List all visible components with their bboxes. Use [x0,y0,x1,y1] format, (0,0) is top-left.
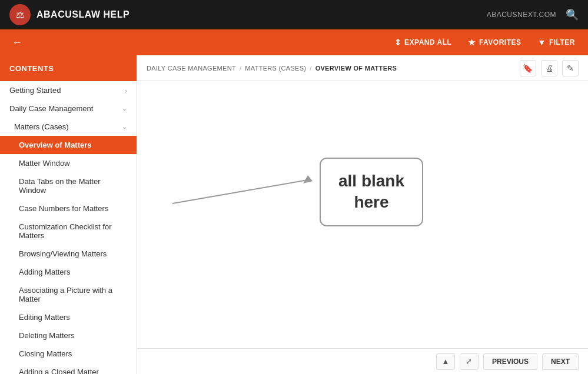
breadcrumb-left: DAILY CASE MANAGEMENT / MATTERS (CASES) … [147,65,397,72]
back-button[interactable]: ← [7,34,27,51]
scroll-up-button[interactable]: ▲ [436,353,455,370]
annotation-arrow [167,168,320,215]
svg-marker-1 [303,175,313,183]
breadcrumb-icons: 🔖 🖨 ✎ [520,60,579,76]
sidebar-content: Getting Started›Daily Case Management⌄Ma… [0,81,137,374]
content-area: DAILY CASE MANAGEMENT / MATTERS (CASES) … [137,55,588,374]
filter-icon: ▼ [538,38,546,47]
sidebar-item-label: Adding a Closed Matter Identifier [19,368,127,374]
sidebar-item-deleting-matters[interactable]: Deleting Matters [0,326,137,345]
sidebar-item-closing-matters[interactable]: Closing Matters [0,345,137,363]
previous-button[interactable]: PREVIOUS [483,353,537,370]
edit-icon[interactable]: ✎ [562,60,579,76]
annotation-text: all blankhere [338,172,404,211]
sidebar-item-overview-of-matters[interactable]: Overview of Matters [0,136,137,154]
app-title: ABACUSLAW HELP [36,9,129,20]
breadcrumb-separator: / [240,65,241,72]
header-right: ABACUSNEXT.COM 🔍 [487,8,579,21]
main-layout: CONTENTS Getting Started›Daily Case Mana… [0,55,588,374]
sidebar-item-case-numbers[interactable]: Case Numbers for Matters [0,199,137,218]
sidebar-item-label: Case Numbers for Matters [19,204,108,213]
annotation: all blankhere [167,158,423,226]
sidebar-item-label: Deleting Matters [19,331,75,340]
bottom-nav: ▲ ⤢ PREVIOUS NEXT [137,348,588,374]
chevron-icon: › [125,87,127,94]
filter-button[interactable]: ▼ FILTER [532,29,581,55]
site-link[interactable]: ABACUSNEXT.COM [487,11,556,19]
chevron-icon: ⌄ [122,105,127,112]
svg-line-0 [172,180,308,203]
sidebar-item-label: Editing Matters [19,313,70,322]
search-icon[interactable]: 🔍 [566,8,579,21]
breadcrumb-item-1[interactable]: MATTERS (CASES) [245,65,306,72]
sidebar-item-label: Matter Window [19,159,70,168]
breadcrumb-item-2: OVERVIEW OF MATTERS [315,65,397,72]
sidebar-item-daily-case-management[interactable]: Daily Case Management⌄ [0,99,137,118]
sidebar-item-label: Adding Matters [19,268,70,276]
breadcrumb: DAILY CASE MANAGEMENT / MATTERS (CASES) … [137,55,588,81]
sidebar-item-data-tabs[interactable]: Data Tabs on the Matter Window [0,172,137,199]
sidebar: CONTENTS Getting Started›Daily Case Mana… [0,55,137,374]
sidebar-item-customization-checklist[interactable]: Customization Checklist for Matters [0,218,137,245]
sidebar-item-label: Associating a Picture with a Matter [19,286,127,303]
sidebar-item-adding-closed-identifier[interactable]: Adding a Closed Matter Identifier [0,363,137,374]
header: ⚖ ABACUSLAW HELP ABACUSNEXT.COM 🔍 [0,0,588,29]
breadcrumb-item-0[interactable]: DAILY CASE MANAGEMENT [147,65,236,72]
sidebar-item-label: Customization Checklist for Matters [19,222,127,240]
bookmark-icon[interactable]: 🔖 [520,60,536,76]
sidebar-item-adding-matters[interactable]: Adding Matters [0,263,137,281]
sidebar-item-matter-window[interactable]: Matter Window [0,154,137,172]
sidebar-item-editing-matters[interactable]: Editing Matters [0,308,137,326]
expand-all-button[interactable]: ⇕ EXPAND ALL [388,29,458,55]
sidebar-item-associating-picture[interactable]: Associating a Picture with a Matter [0,281,137,308]
logo-icon: ⚖ [9,4,31,25]
sidebar-item-label: Data Tabs on the Matter Window [19,177,127,195]
print-icon[interactable]: 🖨 [541,60,557,76]
expand-all-icon: ⇕ [394,38,402,47]
sidebar-item-label: Getting Started [9,86,61,95]
sidebar-item-label: Daily Case Management [9,104,93,113]
header-left: ⚖ ABACUSLAW HELP [9,4,129,25]
breadcrumb-separator: / [310,65,311,72]
sidebar-header: CONTENTS [0,55,137,81]
sidebar-item-getting-started[interactable]: Getting Started› [0,81,137,99]
sidebar-item-matters-cases[interactable]: Matters (Cases)⌄ [0,118,137,136]
chevron-icon: ⌄ [122,123,127,131]
page-content: all blankhere [137,81,588,374]
sidebar-item-label: Overview of Matters [19,141,92,149]
sidebar-item-label: Matters (Cases) [14,122,68,131]
annotation-bubble: all blankhere [320,158,423,226]
sidebar-item-browsing-viewing[interactable]: Browsing/Viewing Matters [0,245,137,263]
expand-view-button[interactable]: ⤢ [460,353,479,370]
favorites-button[interactable]: ★ FAVORITES [462,29,527,55]
favorites-icon: ★ [468,38,476,47]
next-button[interactable]: NEXT [542,353,579,370]
toolbar: ← ⇕ EXPAND ALL ★ FAVORITES ▼ FILTER [0,29,588,55]
sidebar-item-label: Browsing/Viewing Matters [19,249,107,258]
sidebar-item-label: Closing Matters [19,349,72,358]
